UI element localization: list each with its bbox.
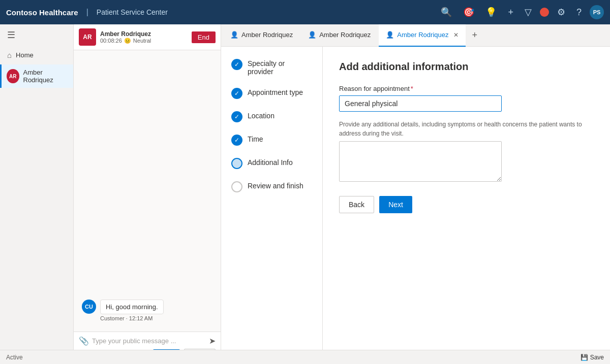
right-panel: 👤 Amber Rodriquez 👤 Amber Rodriquez 👤 Am… — [221, 24, 610, 364]
step-circle-additional — [231, 158, 242, 169]
step-circle-review — [231, 181, 242, 192]
gear-icon[interactable]: ⚙ — [557, 7, 565, 18]
tab-close-icon[interactable]: ✕ — [453, 31, 459, 39]
wizard-step-time: ✓ Time — [231, 135, 312, 146]
form-title: Add additional information — [339, 61, 594, 73]
bulb-icon[interactable]: 💡 — [485, 7, 497, 18]
chat-message-row: CU Hi, good morning. Customer · 12:12 AM — [82, 300, 212, 321]
reason-input[interactable] — [339, 95, 502, 112]
wizard-steps: ✓ Specialty or provider ✓ Appointment ty… — [221, 47, 323, 364]
tab-label-1: Amber Rodriquez — [241, 31, 293, 39]
chat-bubble-content: Hi, good morning. Customer · 12:12 AM — [100, 300, 164, 321]
session-sentiment-icon: 😐 — [124, 38, 131, 44]
tab-amber-3[interactable]: 👤 Amber Rodriquez ✕ — [379, 24, 466, 47]
step-label-additional: Additional Info — [248, 158, 293, 167]
tab-label-2: Amber Rodriquez — [319, 31, 371, 39]
sidebar-active-user[interactable]: AR Amber Rodriquez — [0, 64, 73, 88]
step-label-review: Review and finish — [248, 181, 303, 190]
tab-person-icon-3: 👤 — [386, 31, 394, 39]
chat-sender-avatar: CU — [82, 300, 96, 314]
session-meta: 00:08:26 😐 Neutral — [100, 38, 151, 44]
status-text: Active — [6, 354, 23, 361]
content-area: ✓ Specialty or provider ✓ Appointment ty… — [221, 47, 610, 364]
active-user-name: Amber Rodriquez — [23, 69, 69, 84]
tab-person-icon-1: 👤 — [230, 31, 238, 39]
step-label-appointment: Appointment type — [248, 88, 303, 96]
plus-icon[interactable]: + — [508, 7, 513, 18]
nav-divider: | — [86, 8, 88, 17]
home-icon: ⌂ — [7, 51, 12, 59]
notification-dot — [540, 8, 549, 17]
chat-input-row: 📎 ➤ — [79, 336, 216, 346]
session-avatar: AR — [79, 28, 96, 46]
session-header: AR Amber Rodriquez 00:08:26 😐 Neutral En… — [74, 24, 221, 50]
sidebar: ☰ ⌂ Home AR Amber Rodriquez — [0, 24, 74, 364]
user-avatar[interactable]: PS — [590, 5, 604, 19]
app-brand: Contoso Healthcare — [6, 8, 78, 17]
back-button[interactable]: Back — [339, 196, 374, 213]
app-sub-brand: Patient Service Center — [97, 8, 168, 16]
step-label-specialty: Specialty or provider — [248, 59, 312, 76]
step-circle-location: ✓ — [231, 111, 242, 122]
hamburger-menu[interactable]: ☰ — [0, 24, 73, 46]
step-label-location: Location — [248, 111, 274, 120]
details-textarea[interactable] — [339, 141, 502, 182]
step-circle-specialty: ✓ — [231, 59, 242, 70]
step-label-time: Time — [248, 135, 263, 143]
session-sentiment: Neutral — [133, 38, 151, 44]
chat-messages: CU Hi, good morning. Customer · 12:12 AM — [74, 50, 221, 332]
details-hint: Provide any additional details, includin… — [339, 120, 593, 138]
tab-amber-1[interactable]: 👤 Amber Rodriquez — [223, 24, 300, 47]
save-icon: 💾 — [581, 354, 588, 361]
form-actions: Back Next — [339, 196, 594, 213]
session-details: Amber Rodriquez 00:08:26 😐 Neutral — [100, 30, 151, 44]
status-bar: Active 💾 Save — [0, 350, 610, 364]
session-name: Amber Rodriquez — [100, 30, 151, 38]
tab-bar: 👤 Amber Rodriquez 👤 Amber Rodriquez 👤 Am… — [221, 24, 610, 47]
end-session-button[interactable]: End — [192, 31, 216, 43]
send-icon[interactable]: ➤ — [209, 336, 216, 346]
session-panel: AR Amber Rodriquez 00:08:26 😐 Neutral En… — [74, 24, 221, 364]
sidebar-item-home[interactable]: ⌂ Home — [0, 46, 73, 64]
wizard-step-review: Review and finish — [231, 181, 312, 192]
search-icon[interactable]: 🔍 — [441, 7, 452, 18]
save-label: Save — [590, 354, 604, 361]
session-timer: 00:08:26 — [100, 38, 122, 44]
tab-person-icon-2: 👤 — [308, 31, 316, 39]
target-icon[interactable]: 🎯 — [463, 7, 474, 18]
top-navigation: Contoso Healthcare | Patient Service Cen… — [0, 0, 610, 24]
tab-amber-2[interactable]: 👤 Amber Rodriquez — [301, 24, 378, 47]
wizard-step-specialty: ✓ Specialty or provider — [231, 59, 312, 76]
step-circle-time: ✓ — [231, 135, 242, 146]
session-user-info: AR Amber Rodriquez 00:08:26 😐 Neutral — [79, 28, 192, 46]
wizard-step-appointment: ✓ Appointment type — [231, 88, 312, 99]
chat-input[interactable] — [92, 337, 206, 345]
wizard-step-location: ✓ Location — [231, 111, 312, 122]
filter-icon[interactable]: ▽ — [525, 7, 532, 18]
step-circle-appointment: ✓ — [231, 88, 242, 99]
next-button[interactable]: Next — [379, 196, 412, 213]
chat-message-text: Hi, good morning. — [100, 300, 164, 314]
chat-area: CU Hi, good morning. Customer · 12:12 AM… — [74, 50, 221, 364]
chat-message-meta: Customer · 12:12 AM — [100, 315, 164, 321]
tab-add-button[interactable]: + — [467, 30, 482, 41]
active-user-avatar: AR — [7, 69, 19, 83]
tab-label-3: Amber Rodriquez — [397, 31, 448, 39]
help-icon[interactable]: ? — [576, 7, 582, 18]
save-button[interactable]: 💾 Save — [581, 354, 604, 361]
reason-label: Reason for appointment* — [339, 85, 594, 92]
sidebar-home-label: Home — [16, 51, 34, 59]
wizard-step-additional: Additional Info — [231, 158, 312, 169]
attach-icon[interactable]: 📎 — [79, 336, 89, 346]
form-area: Add additional information Reason for ap… — [323, 47, 610, 364]
